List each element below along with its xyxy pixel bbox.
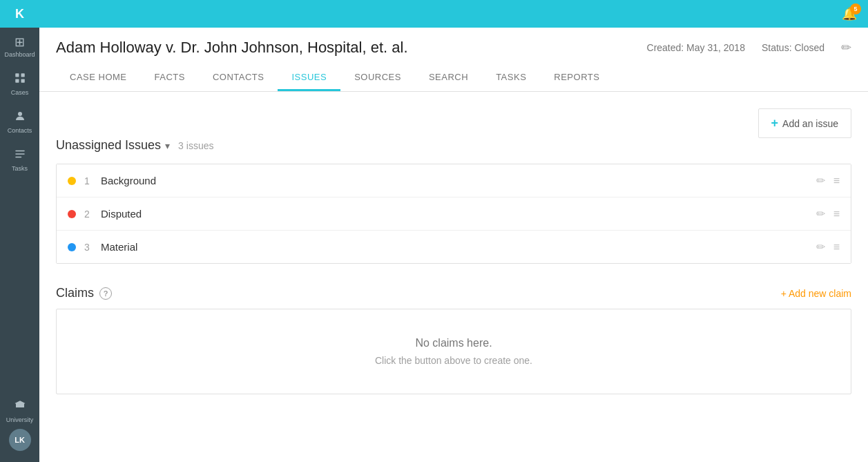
case-title-row: Adam Holloway v. Dr. John Johnson, Hospi… xyxy=(56,39,851,57)
add-new-claim-button[interactable]: + Add new claim xyxy=(781,288,851,299)
case-edit-icon[interactable]: ✏ xyxy=(841,40,851,55)
claims-title: Claims ? xyxy=(56,286,112,300)
case-meta: Created: May 31, 2018 Status: Closed xyxy=(647,42,824,53)
issue-num: 1 xyxy=(84,175,101,186)
main-content: 🔔 5 Adam Holloway v. Dr. John Johnson, H… xyxy=(39,0,868,462)
issue-edit-icon[interactable]: ✏ xyxy=(816,174,825,187)
svg-point-4 xyxy=(18,112,22,116)
topbar: 🔔 5 xyxy=(39,0,868,28)
add-issue-label: Add an issue xyxy=(782,118,838,129)
unassigned-issues-header: Unassigned Issues ▾ 3 issues xyxy=(56,138,851,153)
issue-drag-icon[interactable]: ≡ xyxy=(833,208,840,220)
cases-icon xyxy=(14,72,26,86)
tab-sources[interactable]: SOURCES xyxy=(340,65,415,91)
university-icon xyxy=(14,399,26,414)
sidebar: K ⊞ Dashboard Cases Contacts Tasks Unive… xyxy=(0,0,39,462)
case-title: Adam Holloway v. Dr. John Johnson, Hospi… xyxy=(56,39,408,57)
no-claims-text: No claims here. xyxy=(84,337,823,349)
svg-rect-5 xyxy=(15,151,25,152)
issue-dot-blue xyxy=(68,243,76,251)
issue-count: 3 issues xyxy=(178,140,213,151)
svg-rect-7 xyxy=(15,157,21,158)
tab-search[interactable]: SEARCH xyxy=(415,65,482,91)
sidebar-label-cases: Cases xyxy=(11,89,29,96)
claims-header: Claims ? + Add new claim xyxy=(56,286,851,300)
case-header: Adam Holloway v. Dr. John Johnson, Hospi… xyxy=(39,28,868,92)
issue-actions: ✏ ≡ xyxy=(816,174,840,187)
table-row: 3 Material ✏ ≡ xyxy=(57,231,851,263)
unassigned-title-text: Unassigned Issues xyxy=(56,138,161,153)
notification-badge: 5 xyxy=(850,3,861,15)
svg-rect-2 xyxy=(15,79,19,83)
sidebar-item-tasks[interactable]: Tasks xyxy=(0,139,39,177)
case-status: Status: Closed xyxy=(762,42,824,53)
contacts-icon xyxy=(14,110,26,124)
tab-case-home[interactable]: CASE HOME xyxy=(56,65,141,91)
user-avatar[interactable]: LK xyxy=(9,429,31,451)
sidebar-label-contacts: Contacts xyxy=(8,127,32,134)
issue-drag-icon[interactable]: ≡ xyxy=(833,175,840,187)
sidebar-item-dashboard[interactable]: ⊞ Dashboard xyxy=(0,28,39,64)
chevron-down-icon[interactable]: ▾ xyxy=(165,140,170,151)
help-icon[interactable]: ? xyxy=(99,287,112,300)
dashboard-icon: ⊞ xyxy=(15,36,25,48)
issue-dot-yellow xyxy=(68,177,76,185)
sidebar-label-dashboard: Dashboard xyxy=(4,51,35,58)
claims-title-text: Claims xyxy=(56,286,94,300)
app-logo: K xyxy=(0,0,39,28)
add-issue-button[interactable]: + Add an issue xyxy=(758,108,851,138)
issue-actions: ✏ ≡ xyxy=(816,240,840,253)
avatar-initials: LK xyxy=(15,436,25,444)
issue-edit-icon[interactable]: ✏ xyxy=(816,240,825,253)
issue-actions: ✏ ≡ xyxy=(816,207,840,220)
svg-rect-1 xyxy=(21,73,24,77)
no-claims-sub: Click the button above to create one. xyxy=(84,355,823,366)
tab-tasks[interactable]: TASKS xyxy=(482,65,540,91)
unassigned-issues-title: Unassigned Issues ▾ xyxy=(56,138,170,153)
sidebar-label-university: University xyxy=(6,416,34,423)
tab-issues[interactable]: ISSUES xyxy=(278,65,340,91)
issue-name: Disputed xyxy=(101,208,816,220)
notification-bell[interactable]: 🔔 5 xyxy=(842,6,857,21)
issue-drag-icon[interactable]: ≡ xyxy=(833,241,840,253)
table-row: 1 Background ✏ ≡ xyxy=(57,164,851,198)
case-created: Created: May 31, 2018 xyxy=(647,42,745,53)
issue-name: Material xyxy=(101,241,816,253)
tab-facts[interactable]: FACTS xyxy=(141,65,199,91)
issues-table: 1 Background ✏ ≡ 2 Disputed ✏ ≡ 3 Ma xyxy=(56,164,851,264)
sidebar-item-university[interactable]: University xyxy=(0,391,39,429)
issue-edit-icon[interactable]: ✏ xyxy=(816,207,825,220)
issues-content: + Add an issue Unassigned Issues ▾ 3 iss… xyxy=(39,92,868,462)
tasks-icon xyxy=(14,148,26,162)
issue-dot-red xyxy=(68,210,76,218)
svg-rect-6 xyxy=(15,153,25,155)
add-issue-plus-icon: + xyxy=(771,116,779,131)
logo-letter: K xyxy=(15,7,24,21)
tab-contacts[interactable]: CONTACTS xyxy=(199,65,278,91)
issue-num: 2 xyxy=(84,209,101,220)
table-row: 2 Disputed ✏ ≡ xyxy=(57,198,851,231)
sidebar-label-tasks: Tasks xyxy=(12,165,28,172)
no-claims-box: No claims here. Click the button above t… xyxy=(56,309,851,394)
issue-name: Background xyxy=(101,175,816,186)
svg-rect-0 xyxy=(15,73,19,77)
tab-reports[interactable]: REPORTS xyxy=(540,65,613,91)
issue-num: 3 xyxy=(84,242,101,253)
case-nav: CASE HOME FACTS CONTACTS ISSUES SOURCES … xyxy=(56,65,851,91)
sidebar-item-cases[interactable]: Cases xyxy=(0,64,39,102)
svg-rect-3 xyxy=(21,79,24,83)
sidebar-item-contacts[interactable]: Contacts xyxy=(0,102,39,139)
